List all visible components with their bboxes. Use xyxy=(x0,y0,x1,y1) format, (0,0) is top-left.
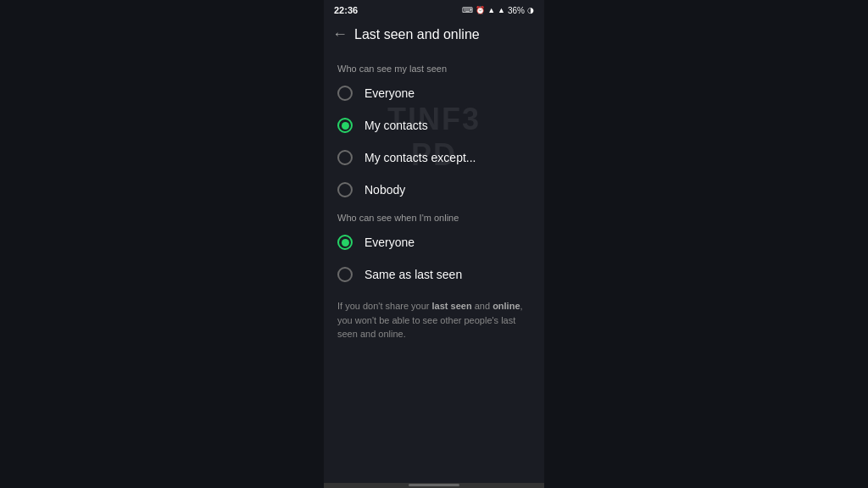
left-background xyxy=(0,0,324,488)
label-my-contacts-except: My contacts except... xyxy=(364,151,476,164)
right-background xyxy=(544,0,868,488)
signal-icon: ▲ xyxy=(498,6,505,14)
info-online: online xyxy=(492,301,520,311)
keyboard-icon: ⌨ xyxy=(462,6,473,14)
battery-level: 36% xyxy=(508,6,525,15)
phone-frame: TINF3 PD 22:36 ⌨ ⏰ ▲ ▲ 36% ◑ ← Last seen… xyxy=(324,0,544,488)
option-nobody[interactable]: Nobody xyxy=(324,174,544,206)
radio-everyone-2[interactable] xyxy=(337,235,353,250)
online-section-label: Who can see when I'm online xyxy=(324,206,544,226)
radio-everyone-1[interactable] xyxy=(337,86,353,101)
radio-inner-my-contacts xyxy=(342,122,349,130)
label-nobody: Nobody xyxy=(364,183,405,197)
label-same-as-last-seen: Same as last seen xyxy=(364,268,462,281)
alarm-icon: ⏰ xyxy=(476,6,485,14)
status-time: 22:36 xyxy=(334,5,358,15)
last-seen-section: Who can see my last seen Everyone My con… xyxy=(324,57,544,206)
wifi-icon: ▲ xyxy=(487,6,495,14)
option-my-contacts-except[interactable]: My contacts except... xyxy=(324,141,544,174)
back-button[interactable]: ← xyxy=(332,25,348,43)
info-text: If you don't share your last seen and on… xyxy=(324,291,544,350)
radio-same-as-last-seen[interactable] xyxy=(337,267,353,282)
content-area: Who can see my last seen Everyone My con… xyxy=(324,50,544,483)
label-my-contacts: My contacts xyxy=(364,119,428,132)
radio-my-contacts[interactable] xyxy=(337,118,353,133)
info-part1: If you don't share your xyxy=(337,301,432,311)
radio-inner-everyone-2 xyxy=(342,239,349,247)
page-title: Last seen and online xyxy=(354,27,480,42)
battery-icon: ◑ xyxy=(527,6,534,14)
radio-nobody[interactable] xyxy=(337,182,353,197)
online-section: Who can see when I'm online Everyone Sam… xyxy=(324,206,544,291)
info-last-seen: last seen xyxy=(432,301,472,311)
info-part2: and xyxy=(472,301,492,311)
bottom-bar xyxy=(324,483,544,488)
option-everyone-2[interactable]: Everyone xyxy=(324,226,544,258)
header: ← Last seen and online xyxy=(324,19,544,50)
radio-my-contacts-except[interactable] xyxy=(337,150,353,165)
status-icons: ⌨ ⏰ ▲ ▲ 36% ◑ xyxy=(462,6,534,15)
bottom-indicator xyxy=(409,484,459,486)
status-bar: 22:36 ⌨ ⏰ ▲ ▲ 36% ◑ xyxy=(324,0,544,19)
option-same-as-last-seen[interactable]: Same as last seen xyxy=(324,258,544,291)
option-everyone-1[interactable]: Everyone xyxy=(324,77,544,109)
last-seen-section-label: Who can see my last seen xyxy=(324,57,544,77)
option-my-contacts[interactable]: My contacts xyxy=(324,109,544,141)
label-everyone-1: Everyone xyxy=(364,86,415,100)
label-everyone-2: Everyone xyxy=(364,236,415,249)
